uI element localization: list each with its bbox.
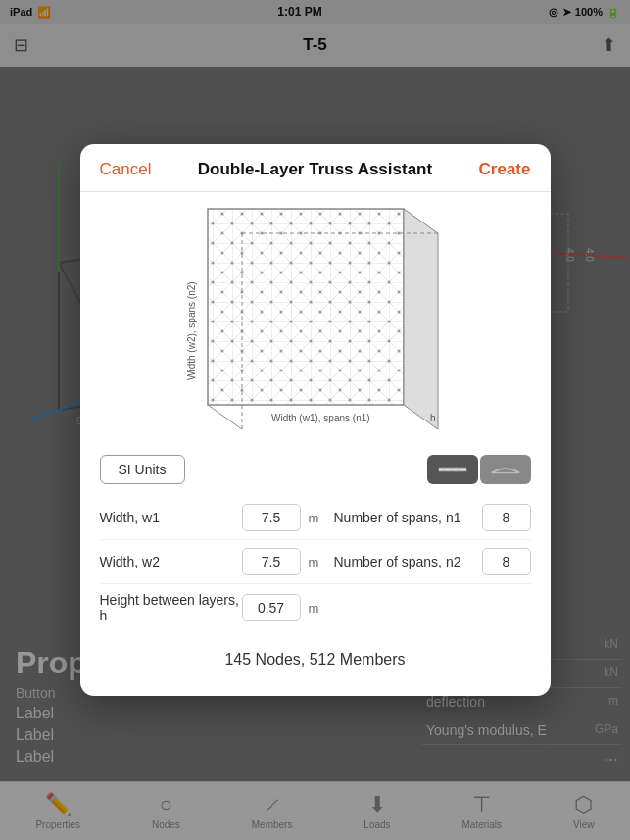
truss-diagram-container: Width (w1), spans (n1) h Width (w2), spa… [80,192,551,447]
units-button[interactable]: SI Units [100,455,185,484]
shape-toggle [427,455,531,484]
form-row-width-w2: Width, w2 m Number of spans, n2 [100,540,531,584]
shape-button-curved[interactable] [480,455,531,484]
units-row: SI Units [80,447,551,492]
form-row-height: Height between layers, h m [100,584,531,631]
height-input[interactable] [242,594,301,621]
width-w2-label: Width, w2 [100,554,242,569]
modal-header: Cancel Double-Layer Truss Assistant Crea… [80,144,551,192]
modal-overlay: Cancel Double-Layer Truss Assistant Crea… [0,0,630,840]
summary-row: 145 Nodes, 512 Members [80,635,551,672]
spans-n2-label: Number of spans, n2 [334,554,482,569]
form-section: Width, w1 m Number of spans, n1 Width, w… [80,492,551,635]
spans-n1-label: Number of spans, n1 [334,510,482,525]
width-w2-unit: m [309,555,326,569]
truss-diagram-svg: Width (w1), spans (n1) h Width (w2), spa… [173,204,458,439]
height-unit: m [309,601,326,616]
width-w2-input[interactable] [242,548,301,575]
spans-n1-input[interactable] [482,504,531,531]
spans-n2-input[interactable] [482,548,531,575]
svg-line-30 [208,405,242,429]
create-button[interactable]: Create [479,160,531,179]
width-w1-unit: m [309,511,326,525]
shape-button-flat[interactable] [427,455,478,484]
svg-rect-29 [208,209,404,405]
modal-dialog: Cancel Double-Layer Truss Assistant Crea… [80,144,551,696]
form-row-width-w1: Width, w1 m Number of spans, n1 [100,496,531,540]
height-label: Height between layers, h [100,592,242,623]
width-w1-input[interactable] [242,504,301,531]
cancel-button[interactable]: Cancel [100,160,152,179]
width-w1-label: Width, w1 [100,510,242,525]
modal-title: Double-Layer Truss Assistant [198,160,432,179]
svg-text:Width (w2), spans (n2): Width (w2), spans (n2) [186,281,197,380]
truss-diagram: Width (w1), spans (n1) h Width (w2), spa… [173,204,458,439]
svg-text:Width (w1), spans (n1): Width (w1), spans (n1) [271,413,370,423]
svg-text:h: h [430,413,436,423]
